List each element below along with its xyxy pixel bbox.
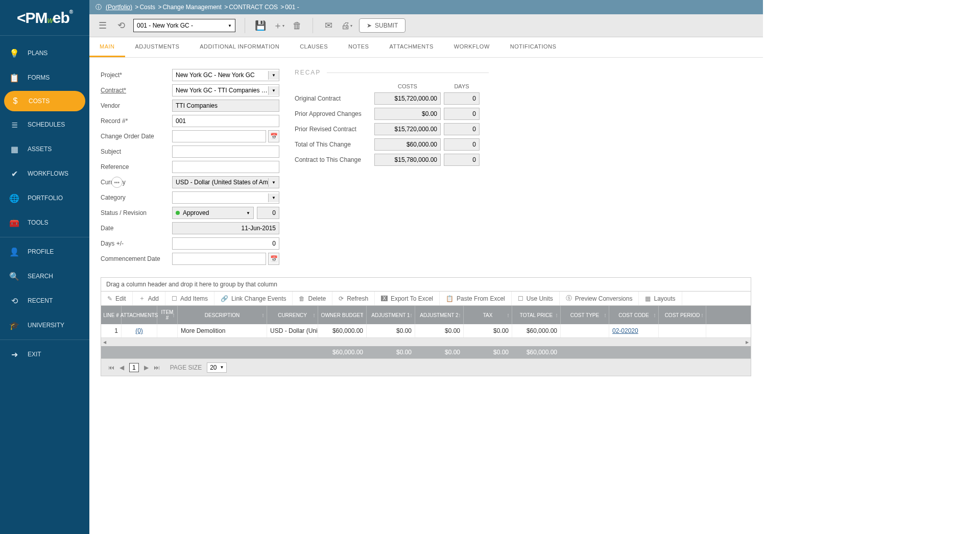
col-header[interactable]: OWNER BUDGET⋮ — [318, 306, 367, 324]
cell-cost-code[interactable]: 02-02020 — [609, 324, 659, 337]
save-icon[interactable]: 💾 — [254, 19, 267, 32]
col-header[interactable]: COST PERIOD⋮ — [659, 306, 706, 324]
delete-icon[interactable]: 🗑 — [291, 19, 303, 32]
info-icon[interactable]: ⓘ — [95, 3, 102, 12]
tab-workflow[interactable]: WORKFLOW — [444, 37, 500, 57]
commencement-input[interactable] — [172, 253, 266, 265]
gtb-paste[interactable]: 📋Paste From Excel — [440, 292, 512, 305]
sidebar-item-workflows[interactable]: ✔WORKFLOWS — [0, 161, 89, 186]
gtb-units[interactable]: ☐Use Units — [512, 292, 560, 305]
gtb-refresh[interactable]: ⟳Refresh — [332, 292, 375, 305]
crumb-portfolio[interactable]: (Portfolio) — [106, 4, 132, 11]
col-header[interactable]: CURRENCY⋮ — [267, 306, 318, 324]
h-scrollbar[interactable]: ◀▶ — [101, 338, 751, 346]
nav-icon: 💡 — [9, 48, 19, 58]
gtb-edit[interactable]: ✎Edit — [101, 292, 133, 305]
sidebar-item-search[interactable]: 🔍SEARCH — [0, 264, 89, 288]
tab-clauses[interactable]: CLAUSES — [290, 37, 338, 57]
col-header[interactable]: ADJUSTMENT 1⋮ — [367, 306, 415, 324]
nav-icon: 📋 — [9, 72, 19, 83]
sidebar-item-portfolio[interactable]: 🌐PORTFOLIO — [0, 186, 89, 210]
pager-prev-icon[interactable]: ◀ — [119, 364, 124, 371]
gtb-add-items[interactable]: ☐Add Items — [165, 292, 214, 305]
gtb-link[interactable]: 🔗Link Change Events — [214, 292, 293, 305]
nav-icon: ≣ — [9, 119, 19, 130]
tab-additional-information[interactable]: ADDITIONAL INFORMATION — [189, 37, 290, 57]
col-header[interactable]: DESCRIPTION⋮ — [178, 306, 267, 324]
pager: ⏮ ◀ 1 ▶ ⏭ PAGE SIZE 20▼ — [101, 358, 751, 376]
revision-input[interactable]: 0 — [257, 207, 279, 219]
col-header[interactable]: LINE #⋮ — [101, 306, 122, 324]
mail-icon[interactable]: ✉ — [322, 19, 334, 32]
gtb-layouts[interactable]: ▦Layouts — [639, 292, 682, 305]
scroll-right-icon[interactable]: ▶ — [746, 340, 749, 345]
reference-input[interactable] — [172, 161, 279, 173]
days-input[interactable]: 0 — [172, 237, 279, 250]
pager-last-icon[interactable]: ⏭ — [154, 364, 160, 371]
gtb-preview[interactable]: ⓢPreview Conversions — [560, 292, 639, 305]
codate-input[interactable] — [172, 130, 266, 142]
recap-label: Prior Revised Contract — [295, 126, 371, 133]
submit-button[interactable]: ➤ SUBMIT — [359, 18, 405, 33]
gtb-delete[interactable]: 🗑Delete — [293, 292, 332, 305]
col-header[interactable]: TOTAL PRICE⋮ — [512, 306, 561, 324]
contract-select[interactable]: New York GC - TTI Companies - 001 - O▼ — [172, 84, 279, 96]
recap-cost: $15,780,000.00 — [374, 154, 441, 166]
sidebar-item-costs[interactable]: $COSTS — [4, 91, 85, 111]
tab-attachments[interactable]: ATTACHMENTS — [379, 37, 443, 57]
calendar-icon[interactable]: 📅 — [268, 130, 279, 142]
calendar-icon[interactable]: 📅 — [268, 253, 279, 265]
pager-next-icon[interactable]: ▶ — [144, 364, 149, 371]
group-hint[interactable]: Drag a column header and drop it here to… — [101, 278, 751, 292]
record-select[interactable]: 001 - New York GC -▼ — [133, 19, 235, 32]
refresh-icon: ⟳ — [339, 295, 344, 302]
table-row[interactable]: 1 (0) More Demolition USD - Dollar (Uni … — [101, 324, 751, 338]
col-header[interactable]: ATTACHMENTS⋮ — [122, 306, 157, 324]
history-icon[interactable]: ⟲ — [115, 19, 127, 32]
tab-notes[interactable]: NOTES — [338, 37, 379, 57]
record-input[interactable]: 001 — [172, 115, 279, 127]
page-size-select[interactable]: 20▼ — [207, 362, 227, 373]
sidebar-item-tools[interactable]: 🧰TOOLS — [0, 210, 89, 235]
col-header[interactable]: TAX⋮ — [464, 306, 512, 324]
nav-label: TOOLS — [28, 219, 48, 226]
tab-notifications[interactable]: NOTIFICATIONS — [500, 37, 567, 57]
sidebar-item-plans[interactable]: 💡PLANS — [0, 41, 89, 65]
currency-more-icon[interactable]: ••• — [111, 177, 123, 188]
sidebar-item-forms[interactable]: 📋FORMS — [0, 65, 89, 90]
category-select[interactable]: ▼ — [172, 191, 279, 204]
list-icon[interactable]: ☰ — [97, 19, 109, 32]
sidebar-item-recent[interactable]: ⟲RECENT — [0, 288, 89, 313]
form-column: Project* New York GC - New York GC▼ Cont… — [101, 69, 279, 265]
sidebar-item-university[interactable]: 🎓UNIVERSITY — [0, 313, 89, 337]
gtb-add[interactable]: ＋Add — [133, 292, 165, 305]
dollar-icon: ⓢ — [566, 294, 572, 303]
tab-main[interactable]: MAIN — [89, 37, 125, 57]
add-icon[interactable]: ＋▾ — [273, 19, 285, 32]
subject-input[interactable] — [172, 145, 279, 158]
nav-label: COSTS — [29, 98, 50, 105]
col-header[interactable]: ADJUSTMENT 2⋮ — [415, 306, 464, 324]
gtb-export[interactable]: XExport To Excel — [375, 292, 440, 305]
main: ⓘ (Portfolio) >Costs >Change Management … — [89, 0, 763, 534]
sidebar-item-exit[interactable]: ➜EXIT — [0, 342, 89, 367]
currency-select[interactable]: USD - Dollar (United States of America)▼ — [172, 176, 279, 188]
tab-adjustments[interactable]: ADJUSTMENTS — [125, 37, 190, 57]
col-header[interactable]: COST CODE⋮ — [609, 306, 659, 324]
label-contract[interactable]: Contract* — [101, 87, 172, 94]
pager-first-icon[interactable]: ⏮ — [108, 364, 114, 371]
grid-header: LINE #⋮ATTACHMENTS⋮ITEM #⋮DESCRIPTION⋮CU… — [101, 306, 751, 324]
col-header[interactable]: COST TYPE⋮ — [561, 306, 609, 324]
cell-attachments[interactable]: (0) — [122, 324, 157, 337]
sidebar-item-schedules[interactable]: ≣SCHEDULES — [0, 112, 89, 137]
sidebar-item-profile[interactable]: 👤PROFILE — [0, 239, 89, 264]
cell-desc: More Demolition — [178, 324, 267, 337]
scroll-left-icon[interactable]: ◀ — [103, 340, 106, 345]
sidebar-item-assets[interactable]: ▦ASSETS — [0, 137, 89, 161]
col-header[interactable]: ITEM #⋮ — [157, 306, 178, 324]
project-select[interactable]: New York GC - New York GC▼ — [172, 69, 279, 81]
tabs: MAINADJUSTMENTSADDITIONAL INFORMATIONCLA… — [89, 37, 763, 58]
print-icon[interactable]: 🖨▾ — [341, 19, 353, 32]
recap-cost: $60,000.00 — [374, 138, 441, 151]
status-select[interactable]: Approved▼ — [172, 207, 254, 219]
